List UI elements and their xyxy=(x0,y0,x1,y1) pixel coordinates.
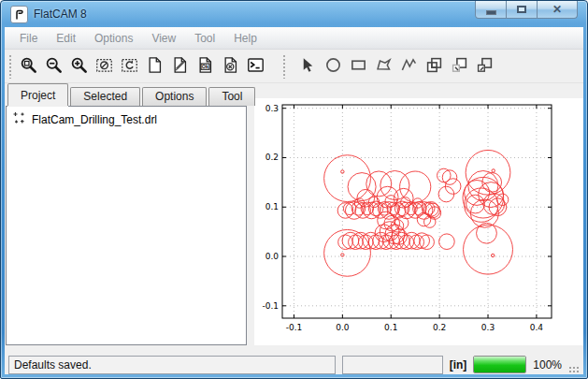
zoom-fit-button[interactable] xyxy=(16,53,41,79)
svg-text:0.1: 0.1 xyxy=(384,323,397,332)
select-button[interactable] xyxy=(295,53,321,79)
polygon-union-button[interactable] xyxy=(422,53,447,79)
status-secondary-field xyxy=(342,356,443,374)
svg-text:0.2: 0.2 xyxy=(433,323,446,332)
editor-toolbar xyxy=(295,53,497,79)
edit-file-button[interactable] xyxy=(167,53,193,79)
draw-circle-button[interactable] xyxy=(321,53,346,79)
menu-file[interactable]: File xyxy=(10,29,47,48)
client-area: FileEditOptionsViewToolHelp Ok ProjectSe… xyxy=(5,27,583,374)
minimize-button[interactable] xyxy=(475,1,507,19)
polygon-tool-icon xyxy=(375,56,393,77)
progress-percent-label: 100% xyxy=(533,358,562,372)
units-label: [in] xyxy=(450,358,467,372)
maximize-icon xyxy=(517,6,526,13)
menu-options[interactable]: Options xyxy=(85,29,142,48)
plot-canvas[interactable]: -0.10.00.10.20.30.4-0.10.00.10.20.3 xyxy=(254,98,583,345)
new-file-icon xyxy=(146,56,164,77)
ok-file-button[interactable]: Ok xyxy=(193,53,218,79)
toolbar-drag-handle[interactable] xyxy=(281,54,288,79)
progress-fill xyxy=(474,357,525,372)
copy-shape-icon xyxy=(451,56,468,77)
tree-item[interactable]: FlatCam_Drilling_Test.drl xyxy=(7,107,246,130)
replot-button[interactable] xyxy=(117,53,142,79)
main-toolbar: Ok xyxy=(16,53,268,79)
svg-text:Ok: Ok xyxy=(202,64,209,69)
svg-text:0.3: 0.3 xyxy=(265,104,279,113)
tab-options[interactable]: Options xyxy=(142,87,207,106)
toolbar-drag-handle[interactable] xyxy=(7,54,14,79)
svg-text:0.0: 0.0 xyxy=(336,323,350,332)
polygon-move-button[interactable] xyxy=(472,53,497,79)
file-pencil-icon xyxy=(171,56,189,77)
shell-icon xyxy=(247,56,265,77)
file-cancel-icon xyxy=(222,56,239,77)
status-message: Defaults saved. xyxy=(14,358,92,372)
plot-panel: -0.10.00.10.20.30.4-0.10.00.10.20.3 xyxy=(254,98,583,345)
project-tree-panel[interactable]: FlatCam_Drilling_Test.drl xyxy=(6,106,247,345)
menu-bar: FileEditOptionsViewToolHelp xyxy=(5,27,583,50)
tab-bar: ProjectSelectedOptionsTool xyxy=(7,85,257,106)
close-icon: ✕ xyxy=(552,3,562,16)
svg-text:-0.1: -0.1 xyxy=(262,301,279,311)
svg-text:0.4: 0.4 xyxy=(530,323,544,332)
drill-file-icon xyxy=(12,111,26,128)
progress-bar xyxy=(473,356,526,373)
zoom-fit-icon xyxy=(20,56,37,77)
union-icon xyxy=(425,56,443,77)
menu-help[interactable]: Help xyxy=(224,29,266,48)
status-message-field: Defaults saved. xyxy=(8,356,336,374)
menu-edit[interactable]: Edit xyxy=(47,29,85,48)
draw-rectangle-button[interactable] xyxy=(346,53,371,79)
clear-plot-icon xyxy=(95,56,113,77)
window-title: FlatCAM 8 xyxy=(34,7,87,21)
resize-grip-icon[interactable] xyxy=(568,366,580,374)
replot-icon xyxy=(121,56,138,77)
file-ok-icon: Ok xyxy=(196,56,214,77)
svg-text:0.2: 0.2 xyxy=(265,153,279,162)
menu-tool[interactable]: Tool xyxy=(185,29,224,48)
rectangle-tool-icon xyxy=(350,56,367,77)
cancel-file-button[interactable] xyxy=(218,53,243,79)
svg-text:0.0: 0.0 xyxy=(265,252,280,261)
zoom-in-icon xyxy=(70,56,88,77)
zoom-out-icon xyxy=(45,56,63,77)
status-bar: Defaults saved. [in] 100% xyxy=(5,352,583,374)
toolbar-row: Ok xyxy=(5,50,583,83)
titlebar[interactable]: FlatCAM 8 ✕ xyxy=(1,1,587,27)
app-window: FlatCAM 8 ✕ FileEditOptionsViewToolHelp … xyxy=(0,0,588,379)
zoom-out-button[interactable] xyxy=(41,53,66,79)
cursor-arrow-icon xyxy=(299,56,317,77)
svg-text:0.3: 0.3 xyxy=(481,323,495,332)
zoom-in-button[interactable] xyxy=(66,53,92,79)
tab-project[interactable]: Project xyxy=(7,83,68,106)
maximize-button[interactable] xyxy=(506,1,538,19)
new-file-button[interactable] xyxy=(142,53,167,79)
polyline-tool-icon xyxy=(400,56,418,77)
shell-button[interactable] xyxy=(243,53,268,79)
svg-text:-0.1: -0.1 xyxy=(286,323,303,332)
flatcam-logo-icon xyxy=(10,6,28,23)
polygon-copy-button[interactable] xyxy=(447,53,472,79)
minimize-icon xyxy=(486,10,496,15)
main-area: ProjectSelectedOptionsTool FlatCam_Drill… xyxy=(5,83,583,351)
menu-view[interactable]: View xyxy=(142,29,185,48)
tab-tool[interactable]: Tool xyxy=(208,87,255,106)
draw-path-button[interactable] xyxy=(396,53,422,79)
tab-selected[interactable]: Selected xyxy=(70,87,140,106)
tree-item-label: FlatCam_Drilling_Test.drl xyxy=(32,113,157,126)
close-button[interactable]: ✕ xyxy=(537,1,578,19)
circle-tool-icon xyxy=(324,56,342,77)
move-shape-icon xyxy=(476,56,494,77)
window-controls: ✕ xyxy=(476,1,578,19)
clear-plot-button[interactable] xyxy=(92,53,117,79)
svg-text:0.1: 0.1 xyxy=(265,202,279,211)
draw-polygon-button[interactable] xyxy=(371,53,396,79)
